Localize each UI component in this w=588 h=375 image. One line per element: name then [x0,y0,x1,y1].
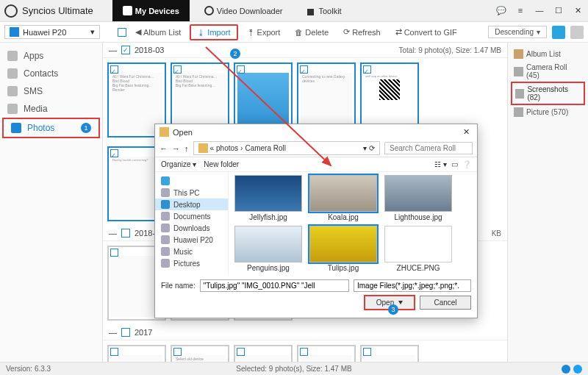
thumb-checkbox[interactable] [110,65,118,74]
grid-icon [307,9,311,12]
thumb-checkbox[interactable] [110,348,118,356]
chat-icon[interactable]: 💬 [495,6,507,15]
view-mode-icon[interactable]: ☷ ▾ [434,160,447,168]
downloads-item[interactable]: Downloads [155,222,228,234]
file-item[interactable]: ZHUCE.PNG [383,226,453,272]
help-icon[interactable]: ❔ [462,160,471,168]
file-thumb [234,175,302,212]
photo-thumb[interactable] [297,345,356,362]
thumb-checkbox[interactable] [173,65,182,74]
filename-label: File name: [161,282,196,290]
title-bar: Syncios Ultimate My Devices Video Downlo… [0,0,588,22]
quick-access-item[interactable] [155,175,228,187]
breadcrumb[interactable]: « photos› Camera Roll ▾ ⟳ [193,141,381,155]
file-list: Jellyfish.jpg Koala.jpg Lighthouse.jpg P… [229,172,477,275]
thumb-checkbox[interactable] [300,65,308,74]
documents-item[interactable]: Documents [155,210,228,222]
twitter-icon[interactable] [573,365,582,374]
this-pc-item[interactable]: This PC [155,187,228,199]
file-item[interactable]: Tulips.jpg [308,226,379,272]
pictures-item[interactable]: Pictures [155,257,228,269]
pictures-icon [161,259,170,268]
back-icon: ◀ [135,27,141,37]
sidebar-item-contacts[interactable]: Contacts [0,65,102,82]
export-button[interactable]: ⭱ Export [241,26,287,39]
tree-root[interactable]: Album List [511,47,585,61]
sidebar-item-apps[interactable]: Apps [0,47,102,65]
thumb-checkbox[interactable] [237,348,245,356]
group-checkbox[interactable]: ✓ [121,46,130,54]
cancel-button[interactable]: Cancel [420,296,471,310]
file-thumb [234,226,302,262]
picture-icon [514,107,523,117]
group-header[interactable]: — ✓ 2018-03 Total: 9 photo(s), Size: 1.4… [103,43,507,58]
tree-item-picture[interactable]: Picture (570) [511,105,585,119]
thumb-checkbox[interactable] [363,348,371,356]
nav-fwd-icon[interactable]: → [172,144,180,153]
sidebar-item-sms[interactable]: SMS [0,82,102,100]
filename-input[interactable] [200,279,349,292]
device-selector[interactable]: Huawei P20 ▾ [4,25,100,39]
group-checkbox[interactable] [121,229,130,238]
file-item[interactable]: Koala.jpg [308,175,379,221]
dialog-search-input[interactable] [384,142,473,154]
photo-thumb[interactable] [360,345,419,362]
select-all-checkbox[interactable] [118,28,126,37]
close-icon[interactable]: ✕ [572,6,584,15]
thumb-checkbox[interactable] [110,149,118,157]
thumb-checkbox[interactable] [363,65,371,74]
organize-dropdown[interactable]: Organize ▾ [161,160,196,168]
file-item[interactable]: Jellyfish.jpg [233,175,304,221]
device-folder-item[interactable]: Huawei P20 [155,234,228,246]
facebook-icon[interactable] [562,365,570,374]
group-name: 2017 [135,328,152,337]
desktop-icon [161,200,170,209]
sidebar-item-media[interactable]: Media [0,100,102,118]
view-calendar-icon[interactable] [570,26,584,39]
desktop-item[interactable]: Desktop [155,199,228,210]
import-button[interactable]: ⭳ Import [190,24,237,40]
photo-thumb[interactable] [107,345,166,362]
dialog-title-bar: Open ✕ [155,124,477,140]
qr-icon [379,79,400,100]
file-item[interactable]: Lighthouse.jpg [383,175,453,221]
file-item[interactable]: Penguins.jpg [233,226,304,272]
delete-button[interactable]: 🗑 Delete [289,26,334,39]
music-item[interactable]: Music [155,246,228,257]
album-list-button[interactable]: ◀ Album List [129,25,187,39]
app-logo-icon [4,4,18,18]
dialog-close-icon[interactable]: ✕ [460,127,473,137]
minimize-icon[interactable]: — [534,6,545,15]
tab-video-downloader[interactable]: Video Downloader [194,0,293,21]
group-checkbox[interactable] [121,328,130,337]
photo-thumb[interactable] [234,345,293,362]
photo-thumb[interactable]: Select old device [171,345,229,362]
tab-my-devices[interactable]: My Devices [112,0,190,21]
device-icon [123,6,132,15]
chevron-down-icon [398,301,403,304]
thumb-checkbox[interactable] [173,348,182,356]
group-name: 2018-03 [135,46,164,54]
preview-pane-icon[interactable]: ▭ [451,160,458,168]
view-grid-icon[interactable] [552,26,565,39]
menu-icon[interactable]: ≡ [514,6,526,15]
filetype-dropdown[interactable] [354,279,471,292]
convert-gif-button[interactable]: ⇄ Convert to GIF [390,25,463,39]
sort-dropdown[interactable]: Descending▾ [488,26,547,38]
nav-up-icon[interactable]: ↑ [184,144,189,153]
group-header[interactable]: — 2017 [103,325,507,340]
action-toolbar: Huawei P20 ▾ ◀ Album List ⭳ Import ⭱ Exp… [0,22,588,43]
tab-toolkit[interactable]: Toolkit [297,0,351,21]
maximize-icon[interactable]: ☐ [553,6,564,15]
tree-item-camera-roll[interactable]: Camera Roll (45) [511,61,585,82]
nav-back-icon[interactable]: ← [159,144,168,153]
new-folder-button[interactable]: New folder [204,160,239,168]
refresh-button[interactable]: ⟳ Refresh [337,25,387,39]
sms-icon [7,86,18,96]
tree-item-screenshots[interactable]: Screenshots (82) [511,82,585,105]
thumb-checkbox[interactable] [300,348,308,356]
thumb-checkbox[interactable] [237,65,245,74]
thumb-checkbox[interactable] [110,249,118,257]
sidebar-item-photos[interactable]: Photos1 [2,118,100,138]
screenshot-icon [515,89,524,99]
